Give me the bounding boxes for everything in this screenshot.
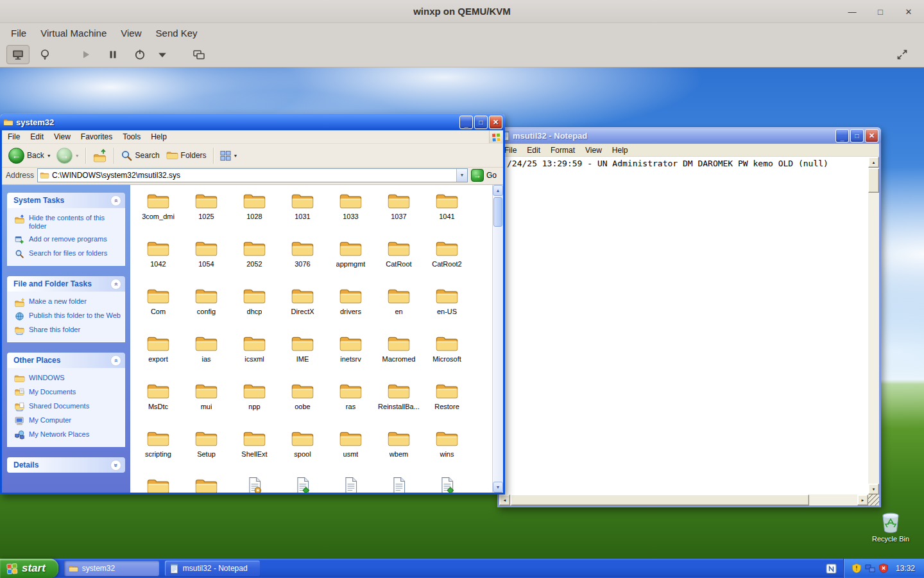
fullscreen-button[interactable] (891, 45, 914, 64)
folder-item-1054[interactable]: 1054 (182, 238, 230, 285)
file-item-partial-1[interactable] (134, 475, 182, 493)
folder-item-en[interactable]: en (375, 285, 423, 333)
scroll-thumb[interactable] (868, 168, 879, 193)
qemu-menu-send-key[interactable]: Send Key (149, 25, 205, 41)
folder-item-1028[interactable]: 1028 (230, 190, 278, 238)
panel-header-other-places[interactable]: Other Places» (7, 353, 125, 368)
up-button[interactable] (89, 147, 110, 164)
folder-item-ime[interactable]: IME (278, 333, 327, 380)
qemu-titlebar[interactable]: winxp on QEMU/KVM — □ ✕ (0, 0, 924, 23)
task-link-my-documents[interactable]: My Documents (14, 388, 121, 398)
notepad-titlebar[interactable]: msutil32 - Notepad _ □ ✕ (497, 127, 881, 144)
explorer-menu-favorites[interactable]: Favorites (76, 130, 117, 143)
folder-item-appmgmt[interactable]: appmgmt (327, 238, 375, 285)
folder-item-usmt[interactable]: usmt (327, 428, 375, 475)
folder-item-drivers[interactable]: drivers (327, 285, 375, 333)
folder-item-ras[interactable]: ras (327, 380, 375, 428)
folder-item-1031[interactable]: 1031 (278, 190, 327, 238)
pause-button[interactable] (101, 45, 124, 64)
scroll-up-button[interactable]: ▲ (493, 185, 503, 196)
folder-item-spool[interactable]: spool (278, 428, 327, 475)
folders-button[interactable]: Folders (163, 148, 210, 162)
notepad-text[interactable]: /24/25 13:29:59 - UN Administrator DM DA… (499, 157, 868, 495)
chevron-up-icon[interactable]: » (110, 279, 121, 290)
task-link-windows[interactable]: WINDOWS (14, 374, 121, 383)
close-button[interactable]: ✕ (489, 116, 502, 129)
minimize-button[interactable]: _ (459, 116, 473, 129)
folder-item-icsxml[interactable]: icsxml (230, 333, 278, 380)
address-dropdown-button[interactable]: ▼ (456, 169, 467, 182)
back-button[interactable]: ← Back ▼ (6, 146, 54, 165)
folder-item-inetsrv[interactable]: inetsrv (327, 333, 375, 380)
task-link-make-a-new-folder[interactable]: Make a new folder (14, 297, 121, 307)
task-link-my-computer[interactable]: My Computer (14, 416, 121, 426)
task-link-shared-documents[interactable]: Shared Documents (14, 402, 121, 412)
folder-item-3076[interactable]: 3076 (278, 238, 327, 285)
folder-item-microsoft[interactable]: Microsoft (423, 333, 471, 380)
forward-button[interactable]: → ▼ (54, 146, 82, 165)
explorer-menu-edit[interactable]: Edit (25, 130, 49, 143)
shutdown-button[interactable] (128, 45, 151, 64)
folder-item-npp[interactable]: npp (230, 380, 278, 428)
folder-item-1042[interactable]: 1042 (134, 238, 182, 285)
folder-item-1041[interactable]: 1041 (423, 190, 471, 238)
file-item-partial-6[interactable] (375, 475, 423, 493)
explorer-menu-view[interactable]: View (49, 130, 76, 143)
update-shield-icon[interactable] (851, 563, 862, 574)
lightbulb-button[interactable] (33, 45, 56, 64)
folder-item-1025[interactable]: 1025 (182, 190, 230, 238)
address-input[interactable]: C:\WINDOWS\system32\msutil32.sys ▼ (37, 168, 468, 182)
folder-item-setup[interactable]: Setup (182, 428, 230, 475)
input-indicator-icon[interactable] (826, 563, 837, 574)
scroll-right-button[interactable]: ► (857, 495, 868, 505)
start-button[interactable]: start (0, 559, 58, 578)
chevron-down-button[interactable] (155, 45, 169, 64)
qemu-menu-view[interactable]: View (114, 25, 148, 41)
maximize-icon[interactable]: □ (873, 4, 888, 19)
folder-item-dhcp[interactable]: dhcp (230, 285, 278, 333)
folder-item-wins[interactable]: wins (423, 428, 471, 475)
chevron-up-icon[interactable]: » (110, 355, 121, 366)
task-link-hide-the-contents-of-this-folder[interactable]: Hide the contents of this folder (14, 214, 121, 231)
panel-header-system-tasks[interactable]: System Tasks» (7, 193, 125, 208)
minimize-icon[interactable]: — (844, 4, 860, 19)
taskbar-task-msutil32-notepad[interactable]: msutil32 - Notepad (165, 561, 260, 576)
folder-item-3com-dmi[interactable]: 3com_dmi (134, 190, 182, 238)
explorer-menu-tools[interactable]: Tools (117, 130, 146, 143)
panel-header-file-and-folder-tasks[interactable]: File and Folder Tasks» (7, 276, 125, 292)
taskbar-clock[interactable]: 13:32 (896, 564, 915, 573)
notepad-menu-format[interactable]: Format (545, 144, 580, 157)
folder-item-mui[interactable]: mui (182, 380, 230, 428)
folder-item-com[interactable]: Com (134, 285, 182, 333)
taskbar-task-system32[interactable]: system32 (64, 561, 159, 576)
folder-item-directx[interactable]: DirectX (278, 285, 327, 333)
folder-item-macromed[interactable]: Macromed (375, 333, 423, 380)
folder-item-scripting[interactable]: scripting (134, 428, 182, 475)
go-button[interactable]: → Go (471, 169, 501, 182)
folder-item-wbem[interactable]: wbem (375, 428, 423, 475)
chevron-up-icon[interactable]: » (110, 195, 121, 206)
file-item-partial-7[interactable] (423, 475, 471, 493)
folder-item-restore[interactable]: Restore (423, 380, 471, 428)
explorer-titlebar[interactable]: system32 _ □ ✕ (0, 114, 505, 130)
scroll-down-button[interactable]: ▼ (493, 482, 503, 493)
file-item-partial-2[interactable] (182, 475, 230, 493)
explorer-menu-help[interactable]: Help (146, 130, 172, 143)
resize-grip[interactable] (868, 495, 879, 505)
maximize-button[interactable]: □ (474, 116, 488, 129)
folder-item-export[interactable]: export (134, 333, 182, 380)
network-icon[interactable] (865, 563, 875, 574)
close-button[interactable]: ✕ (865, 129, 878, 143)
folder-item-catroot2[interactable]: CatRoot2 (423, 238, 471, 285)
task-link-share-this-folder[interactable]: Share this folder (14, 326, 121, 335)
scroll-thumb[interactable] (493, 197, 502, 227)
back-dropdown-icon[interactable]: ▼ (47, 153, 51, 158)
folder-item-en-us[interactable]: en-US (423, 285, 471, 333)
recycle-bin[interactable]: Recycle Bin (868, 511, 914, 543)
task-link-add-or-remove-programs[interactable]: Add or remove programs (14, 235, 121, 245)
explorer-menu-file[interactable]: File (3, 130, 25, 143)
qemu-menu-virtual-machine[interactable]: Virtual Machine (33, 25, 114, 41)
views-button[interactable]: ▼ (217, 148, 241, 163)
file-item-partial-4[interactable] (278, 475, 327, 493)
notepad-menu-edit[interactable]: Edit (522, 144, 545, 157)
